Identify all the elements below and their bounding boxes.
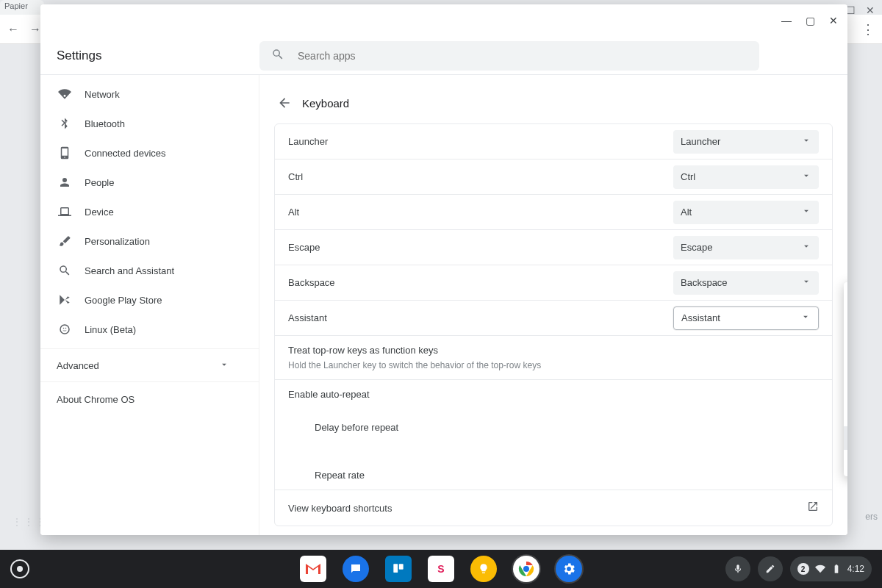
shelf-app-messages[interactable] (343, 556, 369, 582)
sidebar-item-label: Google Play Store (85, 295, 162, 306)
dropdown-launcher[interactable]: Launcher (673, 130, 819, 154)
sidebar-item-label: Bluetooth (85, 118, 125, 129)
row-label: Launcher (288, 136, 328, 147)
sidebar-about[interactable]: About Chrome OS (40, 382, 259, 416)
shelf: S 2 4:12 (0, 550, 882, 588)
tray-status-pill[interactable]: 2 4:12 (790, 556, 872, 581)
tray-mic-button[interactable] (725, 556, 750, 581)
chevron-down-icon (801, 135, 811, 148)
back-button[interactable] (274, 93, 295, 113)
shelf-app-trello[interactable] (385, 556, 412, 582)
system-tray[interactable]: 2 4:12 (725, 556, 872, 581)
sidebar-item-label: Linux (Beta) (85, 324, 136, 335)
search-box[interactable] (259, 41, 759, 71)
shelf-app-settings[interactable] (556, 556, 582, 582)
sidebar-advanced[interactable]: Advanced (40, 348, 259, 382)
row-alt: Alt Alt (275, 195, 832, 230)
wifi-icon (815, 564, 825, 574)
dropdown-value: Assistant (681, 312, 720, 323)
row-rate-label: Repeat rate (288, 442, 365, 481)
dropdown-value: Escape (681, 242, 712, 253)
shelf-app-keep[interactable] (470, 556, 497, 582)
sidebar-item-label: Network (85, 89, 120, 100)
background-peek-text: ers (865, 512, 878, 522)
devices-icon (57, 145, 73, 161)
sidebar-item-label: Personalization (85, 236, 150, 247)
maximize-button[interactable]: ▢ (805, 15, 815, 26)
sidebar-item-device[interactable]: Device (40, 197, 259, 226)
shelf-app-gmail[interactable] (300, 556, 326, 582)
shelf-app-slack[interactable]: S (428, 556, 454, 582)
dropdown-value: Ctrl (681, 171, 695, 182)
chevron-down-icon (800, 312, 811, 324)
sidebar-item-linux[interactable]: Linux (Beta) (40, 315, 259, 344)
svg-rect-3 (393, 564, 398, 573)
sidebar: Network Bluetooth Connected devices Peop… (40, 75, 259, 535)
dropdown-backspace[interactable]: Backspace (673, 271, 819, 295)
search-icon (57, 262, 73, 279)
launcher-button[interactable] (10, 559, 29, 578)
chevron-down-icon (801, 206, 811, 218)
row-label: Enable auto-repeat (288, 389, 370, 400)
shelf-apps: S (300, 556, 582, 582)
sidebar-item-network[interactable]: Network (40, 79, 259, 109)
row-assistant: Assistant Assistant (275, 301, 832, 336)
assistant-dropdown-menu: Launcher Ctrl Alt Caps Lock Escape Backs… (844, 282, 847, 476)
row-shortcuts[interactable]: View keyboard shortcuts (275, 490, 832, 526)
menu-option-escape[interactable]: Escape (844, 379, 847, 403)
svg-point-1 (63, 328, 65, 329)
person-icon (57, 174, 73, 190)
sidebar-item-personalization[interactable]: Personalization (40, 226, 259, 256)
tray-pen-button[interactable] (758, 556, 783, 581)
settings-header: Settings (40, 37, 847, 75)
about-label: About Chrome OS (57, 394, 135, 405)
play-store-icon (57, 292, 73, 308)
sidebar-item-play-store[interactable]: Google Play Store (40, 285, 259, 315)
row-label: Treat top-row keys as function keys (288, 345, 438, 356)
keyboard-panel: Launcher Launcher Ctrl Ctrl (274, 123, 833, 526)
row-label: Escape (288, 242, 320, 253)
page-header: Keyboard (274, 88, 833, 118)
svg-point-2 (65, 328, 67, 329)
dropdown-escape[interactable]: Escape (673, 236, 819, 259)
sidebar-item-label: Search and Assistant (85, 265, 174, 276)
wifi-icon (57, 86, 73, 102)
battery-icon (831, 564, 842, 574)
row-ctrl: Ctrl Ctrl (275, 159, 832, 195)
svg-rect-4 (399, 564, 404, 570)
menu-option-ctrl[interactable]: Ctrl (844, 309, 847, 332)
dropdown-ctrl[interactable]: Ctrl (673, 165, 819, 189)
page-title: Keyboard (302, 97, 349, 110)
open-in-new-icon (807, 501, 819, 515)
chevron-down-icon (801, 241, 811, 254)
row-label: Ctrl (288, 171, 303, 182)
search-icon (271, 48, 298, 64)
search-input[interactable] (298, 50, 747, 62)
close-button[interactable]: ✕ (828, 15, 839, 26)
row-label: Backspace (288, 277, 335, 288)
dropdown-assistant[interactable]: Assistant (673, 306, 819, 330)
svg-point-0 (60, 325, 69, 334)
menu-option-alt[interactable]: Alt (844, 332, 847, 356)
sidebar-item-search-assistant[interactable]: Search and Assistant (40, 256, 259, 285)
chevron-down-icon (219, 359, 229, 372)
menu-option-disabled[interactable]: Disabled (844, 450, 847, 473)
menu-option-assistant[interactable]: Assistant (844, 426, 847, 450)
sidebar-item-people[interactable]: People (40, 168, 259, 197)
minimize-button[interactable]: — (781, 15, 792, 26)
row-subtext: Hold the Launcher key to switch the beha… (288, 360, 541, 370)
menu-option-capslock[interactable]: Caps Lock (844, 356, 847, 379)
clock-text: 4:12 (847, 564, 864, 574)
notification-badge: 2 (797, 563, 809, 575)
sidebar-item-label: People (85, 177, 114, 188)
shelf-app-chrome[interactable] (513, 556, 539, 582)
sidebar-item-connected-devices[interactable]: Connected devices (40, 138, 259, 168)
row-auto-repeat: Enable auto-repeat Delay before repeat R… (275, 380, 832, 490)
sidebar-item-bluetooth[interactable]: Bluetooth (40, 109, 259, 138)
menu-option-backspace[interactable]: Backspace (844, 403, 847, 426)
dropdown-value: Alt (681, 207, 692, 218)
bg-forward-icon: → (29, 23, 41, 36)
dropdown-alt[interactable]: Alt (673, 201, 819, 224)
menu-option-launcher[interactable]: Launcher (844, 285, 847, 309)
laptop-icon (57, 204, 73, 220)
